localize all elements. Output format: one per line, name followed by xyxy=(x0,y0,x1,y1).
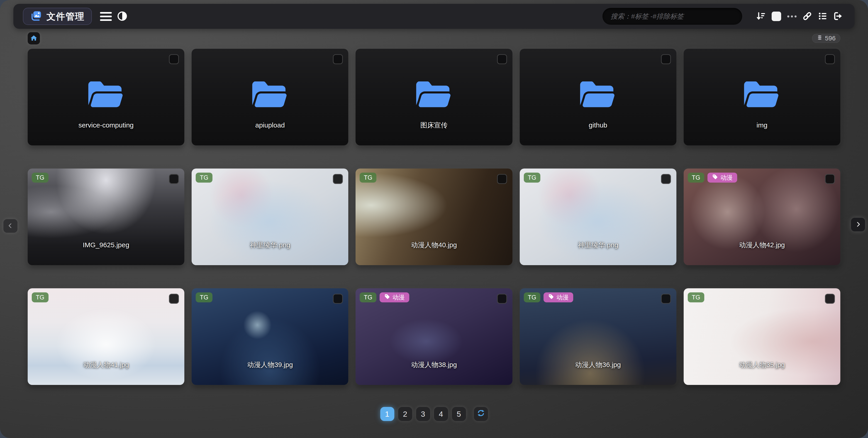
tag-badge[interactable]: 动漫 xyxy=(379,292,409,302)
folder-card[interactable]: img xyxy=(684,49,840,145)
theme-toggle-button[interactable] xyxy=(114,8,130,25)
badge-row: TG 动漫 xyxy=(524,292,574,302)
select-checkbox[interactable] xyxy=(825,294,835,304)
select-checkbox[interactable] xyxy=(169,54,179,64)
tg-badge: TG xyxy=(32,173,49,183)
select-checkbox[interactable] xyxy=(333,54,343,64)
select-checkbox[interactable] xyxy=(497,294,507,304)
select-checkbox[interactable] xyxy=(497,54,507,64)
image-thumbnail xyxy=(684,169,840,265)
tg-badge: TG xyxy=(360,173,376,183)
image-card[interactable]: TG 动漫 动漫人物38.jpg xyxy=(355,288,512,385)
home-button[interactable] xyxy=(28,32,40,45)
logout-button[interactable] xyxy=(831,8,845,25)
image-thumbnail xyxy=(28,169,184,265)
app-background: 文件管理 xyxy=(0,0,868,438)
folder-name: service-computing xyxy=(28,121,184,129)
folder-icon xyxy=(578,79,618,111)
image-filename: 动漫人物39.jpg xyxy=(192,360,348,369)
tg-badge: TG xyxy=(688,292,705,302)
sort-desc-icon xyxy=(756,11,766,22)
image-filename: 动漫人物41.jpg xyxy=(28,360,184,369)
folder-card[interactable]: apiupload xyxy=(192,49,348,145)
image-card[interactable]: TG 动漫 动漫人物42.jpg xyxy=(684,169,840,265)
image-thumbnail xyxy=(192,288,348,385)
menu-button[interactable] xyxy=(98,8,114,25)
badge-row: TG xyxy=(688,292,705,302)
search-input[interactable] xyxy=(602,12,742,20)
select-mode-button[interactable] xyxy=(769,8,783,25)
copy-link-button[interactable] xyxy=(800,8,814,25)
image-card[interactable]: TG 神里绫华.png xyxy=(192,169,348,265)
page-button-3[interactable]: 3 xyxy=(416,407,430,421)
page-button-4[interactable]: 4 xyxy=(434,407,448,421)
image-filename: 神里绫华.png xyxy=(192,240,348,250)
logout-icon xyxy=(833,11,843,22)
select-checkbox[interactable] xyxy=(661,54,671,64)
page-button-2[interactable]: 2 xyxy=(398,407,412,421)
badge-row: TG xyxy=(360,173,376,183)
app-logo-button[interactable]: 文件管理 xyxy=(23,8,92,25)
select-checkbox[interactable] xyxy=(825,174,835,184)
tag-badge[interactable]: 动漫 xyxy=(544,292,573,302)
hamburger-icon xyxy=(100,12,112,21)
select-checkbox[interactable] xyxy=(497,174,507,184)
list-view-button[interactable] xyxy=(816,8,830,25)
image-thumbnail xyxy=(28,288,184,385)
select-checkbox[interactable] xyxy=(169,294,179,304)
badge-row: TG xyxy=(196,173,213,183)
link-icon xyxy=(802,11,812,22)
image-card[interactable]: TG IMG_9625.jpeg xyxy=(28,169,184,265)
page-button-5[interactable]: 5 xyxy=(452,407,466,421)
tg-badge: TG xyxy=(524,173,540,183)
select-square-icon xyxy=(772,11,781,21)
image-card[interactable]: TG 动漫人物35.jpg xyxy=(684,288,840,385)
folder-icon xyxy=(414,79,454,111)
folder-card[interactable]: service-computing xyxy=(28,49,184,145)
chevron-left-icon xyxy=(7,222,14,230)
image-card[interactable]: TG 神里绫华.png xyxy=(520,169,676,265)
more-button[interactable] xyxy=(785,8,799,25)
photos-logo-icon xyxy=(30,10,42,23)
select-checkbox[interactable] xyxy=(333,174,343,184)
badge-row: TG xyxy=(196,292,213,302)
tag-icon xyxy=(384,293,390,301)
page-buttons: 12345 xyxy=(380,407,466,421)
select-checkbox[interactable] xyxy=(333,294,343,304)
folder-name: img xyxy=(684,121,840,129)
select-checkbox[interactable] xyxy=(661,294,671,304)
image-card[interactable]: TG 动漫 动漫人物36.jpg xyxy=(520,288,676,385)
folder-icon xyxy=(86,79,126,111)
home-icon xyxy=(30,34,37,42)
image-card[interactable]: TG 动漫人物39.jpg xyxy=(192,288,348,385)
sort-button[interactable] xyxy=(754,8,768,25)
tag-label: 动漫 xyxy=(720,174,733,182)
folder-name: github xyxy=(520,121,676,129)
badge-row: TG 动漫 xyxy=(360,292,409,302)
tag-badge[interactable]: 动漫 xyxy=(708,173,737,183)
folder-grid: service-computing apiupload 图床宣传 xyxy=(28,49,840,145)
tg-badge: TG xyxy=(196,292,213,302)
tag-label: 动漫 xyxy=(393,293,405,301)
file-count-badge: 596 xyxy=(812,34,840,43)
image-filename: 神里绫华.png xyxy=(520,240,676,250)
app-title: 文件管理 xyxy=(46,10,85,23)
next-page-arrow[interactable] xyxy=(851,218,865,231)
tg-badge: TG xyxy=(524,292,540,302)
prev-page-arrow[interactable] xyxy=(3,219,18,233)
badge-row: TG xyxy=(524,173,540,183)
folder-card[interactable]: github xyxy=(520,49,676,145)
image-grid: TG IMG_9625.jpeg TG 神里绫华.png TG 动漫人物40.j… xyxy=(28,169,840,385)
image-thumbnail xyxy=(520,169,676,265)
select-checkbox[interactable] xyxy=(169,174,179,184)
image-card[interactable]: TG 动漫人物41.jpg xyxy=(28,288,184,385)
page-button-1[interactable]: 1 xyxy=(380,407,394,421)
image-filename: 动漫人物36.jpg xyxy=(520,360,676,369)
image-card[interactable]: TG 动漫人物40.jpg xyxy=(355,169,512,265)
folder-card[interactable]: 图床宣传 xyxy=(355,49,512,145)
folder-icon xyxy=(250,79,290,111)
refresh-button[interactable] xyxy=(474,407,488,421)
select-checkbox[interactable] xyxy=(825,54,835,64)
tag-icon xyxy=(712,174,718,181)
select-checkbox[interactable] xyxy=(661,174,671,184)
